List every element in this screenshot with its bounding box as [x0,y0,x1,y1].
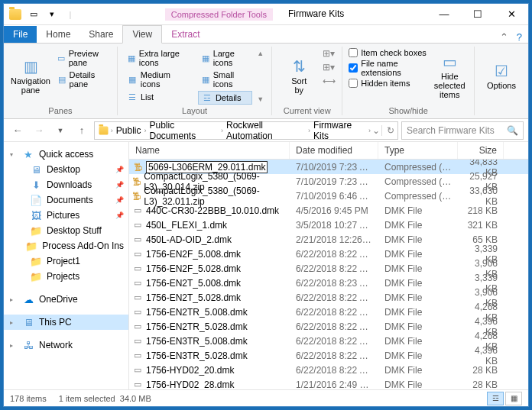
back-button[interactable]: ← [8,121,27,140]
nav-pane: ▾★Quick access 🖥Desktop📌⬇Downloads📌📄Docu… [4,142,129,389]
help-icon[interactable]: ? [517,31,522,43]
cloud-icon: ☁ [22,294,34,305]
crumb-rockwell[interactable]: Rockwell Automation [225,120,307,141]
file-row[interactable]: ▭440C-CR30-22BBB_10.010.dmk 4/5/2016 9:4… [129,203,528,218]
crumb-public[interactable]: Public [115,125,143,136]
view-details-icon[interactable]: ☲ [487,392,504,405]
file-row[interactable]: 🗜CompactLogix_5380_(5069-L3)_32.011.zip … [129,189,528,203]
file-icon: ▭ [132,307,143,318]
layout-lg[interactable]: ▦Large icons [198,48,252,68]
file-type: DMK File [378,292,458,303]
file-icon: ▭ [132,263,143,274]
qat-dropdown-icon[interactable]: ▾ [44,6,60,23]
file-date: 6/22/2018 8:22 AM [290,350,378,361]
column-headers: Name Date modified Type Size [129,142,528,160]
navigation-pane-button[interactable]: ▥ Navigation pane [10,48,51,105]
layout-sm[interactable]: ▦Small icons [198,69,252,89]
layout-scroll-down-icon[interactable]: ▼ [257,95,264,103]
nav-network[interactable]: ▸🖧Network [4,337,128,353]
file-row[interactable]: ▭450L_FLEXI_1.dmk 3/5/2018 10:27 AM DMK … [129,218,528,232]
group-showhide-label: Show/hide [349,105,468,115]
file-row[interactable]: ▭1756-HYD02_28.dmk 1/21/2016 2:49 PM DMK… [129,377,528,389]
file-icon: ▭ [132,365,143,376]
file-type: DMK File [378,350,458,361]
nav-item-label: Desktop Stuff [47,225,102,236]
file-name: 440C-CR30-22BBB_10.010.dmk [146,205,279,216]
file-name: 1756-EN2T_5.028.dmk [146,292,241,303]
nav-quick-access[interactable]: ▾★Quick access [4,147,128,162]
nav-item[interactable]: 🖥Desktop📌 [4,162,128,177]
hidden-items-toggle[interactable]: Hidden items [349,79,428,88]
file-row[interactable]: ▭1756-HYD02_20.dmk 6/22/2018 8:22 AM DMK… [129,363,528,377]
col-name[interactable]: Name [129,142,290,159]
quick-access-toolbar: ▭ ▾ | [4,6,82,23]
col-type[interactable]: Type [378,142,458,159]
file-row[interactable]: ▭1756-EN3TR_5.028.dmk 6/22/2018 8:22 AM … [129,348,528,363]
close-button[interactable]: ✕ [495,4,528,25]
star-icon: ★ [22,149,34,160]
tab-view[interactable]: View [122,25,162,44]
properties-icon[interactable]: ▭ [25,6,42,23]
crumb-publicdocs[interactable]: Public Documents [148,120,220,141]
file-icon: ▭ [132,220,143,231]
file-type: Compressed (zipp... [378,176,458,187]
minimize-button[interactable]: — [427,4,461,25]
tab-home[interactable]: Home [37,26,79,43]
addr-dropdown-icon[interactable]: ⌄ [372,125,380,136]
col-size[interactable]: Size [458,142,504,159]
preview-pane-button[interactable]: ▭Preview pane [54,48,111,68]
recent-dropdown-icon[interactable]: ▼ [51,121,70,140]
tab-file[interactable]: File [4,26,37,43]
nav-item[interactable]: 📁Project1 [4,253,128,269]
crumb-firmware[interactable]: Firmware Kits [312,120,367,141]
sort-by-button[interactable]: ⇅ Sort by [278,48,320,105]
item-checkboxes-toggle[interactable]: Item check boxes [349,48,428,57]
pin-icon: 📌 [115,211,124,219]
nav-item-label: Projects [47,271,79,282]
nav-item[interactable]: 📁Process Add-On Ins [4,238,128,253]
pin-icon: 📌 [115,196,124,204]
nav-onedrive[interactable]: ▸☁OneDrive [4,292,128,307]
group-by-icon[interactable]: ⊞▾ [323,48,336,59]
nav-item-label: Project1 [47,256,80,266]
file-type: DMK File [378,321,458,332]
nav-item[interactable]: 🖼Pictures📌 [4,208,128,223]
maximize-button[interactable]: ☐ [461,4,495,25]
col-date[interactable]: Date modified [290,142,378,159]
ribbon-collapse-icon[interactable]: ⌃ [500,31,508,43]
pc-icon: 🖥 [22,317,34,328]
up-button[interactable]: ↑ [73,121,91,140]
file-extensions-toggle[interactable]: File name extensions [349,59,428,77]
nav-item[interactable]: 📄Documents📌 [4,192,128,208]
window-title: Firmware Kits [288,8,344,21]
file-date: 1/21/2016 2:49 PM [290,379,378,390]
layout-details[interactable]: ☲Details [198,91,252,105]
options-button[interactable]: ☑ Options [481,48,522,105]
nav-item-label: Pictures [47,210,79,221]
layout-scroll-up-icon[interactable]: ▲ [257,50,264,57]
address-bar[interactable]: › Public› Public Documents› Rockwell Aut… [94,121,398,140]
hide-selected-button[interactable]: ▭ Hide selected items [432,48,468,105]
nav-item[interactable]: 📁Desktop Stuff [4,223,128,238]
sort-icon: ⇅ [293,58,306,75]
tab-share[interactable]: Share [79,26,122,43]
tab-extract[interactable]: Extract [162,26,209,43]
nav-item[interactable]: ⬇Downloads📌 [4,177,128,192]
refresh-icon[interactable]: ↻ [381,125,394,136]
add-columns-icon[interactable]: ⊞▾ [323,62,336,73]
file-name: 1756-EN3TR_5.028.dmk [146,350,248,361]
size-columns-icon[interactable]: ⟷ [323,76,336,86]
layout-xl[interactable]: ▦Extra large icons [124,48,195,68]
layout-list[interactable]: ☰List [124,91,195,103]
nav-item-icon: 📁 [30,256,42,266]
layout-md[interactable]: ▦Medium icons [124,69,195,89]
nav-item-icon: 📁 [30,271,42,282]
file-icon: ▭ [132,278,143,289]
details-pane-button[interactable]: ▤Details pane [54,69,111,89]
view-large-icon[interactable]: ▦ [505,392,522,405]
nav-item-icon: 🖥 [30,164,42,175]
search-input[interactable]: Search Firmware Kits 🔍 [401,121,524,140]
nav-item[interactable]: 📁Projects [4,269,128,284]
forward-button[interactable]: → [30,121,48,140]
nav-this-pc[interactable]: ▸🖥This PC [4,315,128,330]
